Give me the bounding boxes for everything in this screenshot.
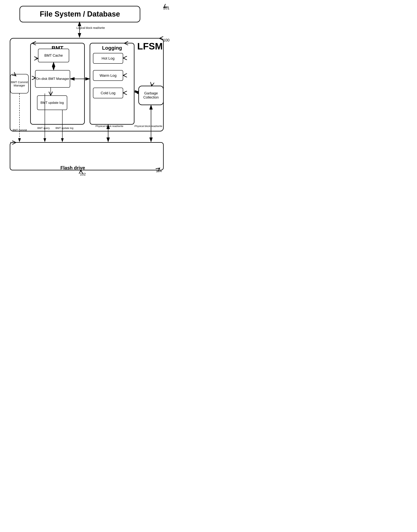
bmt-commit-arrow-label: BMT commit bbox=[13, 129, 27, 131]
hot-log-box: Hot Log bbox=[93, 53, 123, 64]
logging-label: Logging bbox=[90, 45, 134, 51]
bmt-cache-label: BMT Cache bbox=[44, 54, 63, 58]
bmt-commit-box: BMT Commit Manager bbox=[10, 74, 29, 93]
flash-drive-label: Flash drive bbox=[60, 165, 85, 171]
garbage-collection-label: Garbage Collection bbox=[139, 91, 163, 100]
garbage-collection-box: Garbage Collection bbox=[138, 86, 164, 105]
bmt-cache-box: BMT Cache bbox=[38, 49, 69, 62]
phys-rw-1-label: Physical block read/write bbox=[95, 125, 123, 128]
lfsm-label: LFSM bbox=[137, 41, 163, 52]
file-system-box: File System / Database bbox=[20, 6, 140, 22]
bmt-query-label: BMT query bbox=[37, 127, 50, 130]
flash-drive-box: BMT region Data region bbox=[10, 142, 164, 171]
warm-log-label: Warm Log bbox=[100, 73, 116, 78]
logical-block-label: Logical block read/write bbox=[76, 26, 105, 30]
bmt-manager-box: On-disk BMT Manager bbox=[35, 70, 70, 88]
warm-log-box: Warm Log bbox=[93, 70, 123, 81]
ref-101: 101 bbox=[163, 6, 169, 10]
phys-rw-2-label: Physical block read/write bbox=[135, 125, 162, 128]
bmt-update-box: BMT update log bbox=[37, 95, 67, 110]
bmt-update-log-label: BMT update log bbox=[55, 127, 73, 130]
ref-100: 100 bbox=[163, 38, 169, 42]
file-system-label: File System / Database bbox=[40, 10, 120, 18]
bmt-update-label: BMT update log bbox=[41, 101, 64, 105]
hot-log-label: Hot Log bbox=[102, 56, 115, 60]
ref-102: 102 bbox=[80, 172, 86, 176]
cold-log-label: Cold Log bbox=[101, 91, 115, 95]
bmt-commit-label: BMT Commit Manager bbox=[10, 80, 28, 87]
cold-log-box: Cold Log bbox=[93, 88, 123, 98]
bmt-manager-label: On-disk BMT Manager bbox=[36, 77, 69, 81]
